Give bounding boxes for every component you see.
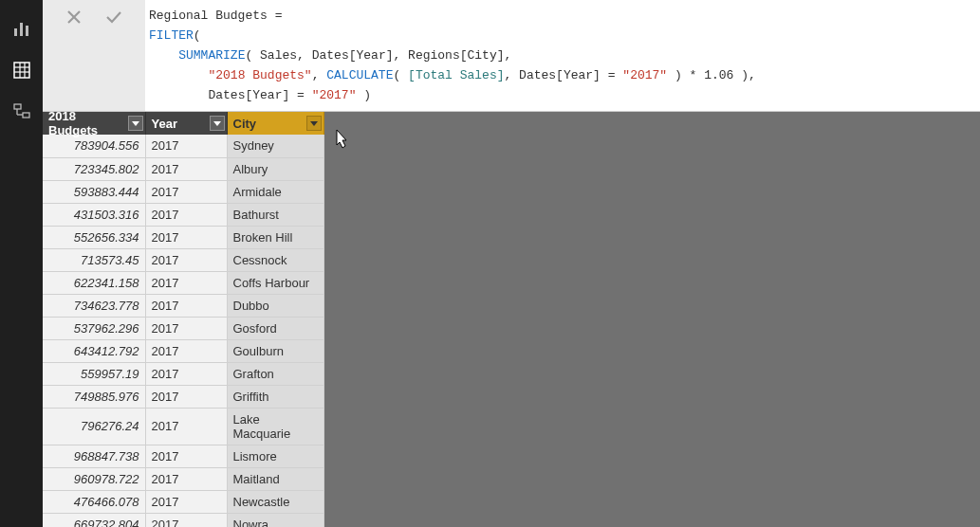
cell-year[interactable]: 2017 (145, 408, 227, 445)
chevron-down-icon (213, 119, 221, 127)
chevron-down-icon (132, 119, 139, 127)
svg-marker-14 (132, 121, 139, 126)
cell-city[interactable]: Albury (227, 157, 324, 180)
cell-city[interactable]: Maitland (227, 467, 324, 490)
svg-marker-16 (310, 121, 318, 126)
cell-budget[interactable]: 622341.158 (43, 271, 145, 294)
cell-city[interactable]: Cessnock (227, 248, 324, 271)
column-header-city[interactable]: City (227, 112, 324, 135)
svg-rect-0 (14, 28, 17, 36)
svg-marker-15 (213, 121, 221, 126)
table-row[interactable]: 559957.192017Grafton (43, 362, 324, 385)
chevron-down-icon (310, 119, 318, 127)
cell-year[interactable]: 2017 (145, 513, 227, 527)
svg-rect-1 (20, 23, 23, 36)
column-header-year[interactable]: Year (145, 112, 227, 135)
view-sidebar (0, 0, 43, 527)
cell-year[interactable]: 2017 (145, 294, 227, 317)
cell-city[interactable]: Sydney (227, 135, 324, 157)
cell-city[interactable]: Bathurst (227, 203, 324, 226)
table-row[interactable]: 783904.5562017Sydney (43, 135, 324, 157)
cell-city[interactable]: Dubbo (227, 294, 324, 317)
cell-year[interactable]: 2017 (145, 490, 227, 513)
cell-year[interactable]: 2017 (145, 135, 227, 157)
formula-editor[interactable]: Regional Budgets = FILTER( SUMMARIZE( Sa… (145, 0, 980, 111)
cell-city[interactable]: Grafton (227, 362, 324, 385)
cell-city[interactable]: Gosford (227, 317, 324, 339)
cell-year[interactable]: 2017 (145, 157, 227, 180)
cell-budget[interactable]: 734623.778 (43, 294, 145, 317)
table-row[interactable]: 552656.3342017Broken Hill (43, 226, 324, 248)
table-row[interactable]: 723345.8022017Albury (43, 157, 324, 180)
table-row[interactable]: 968847.7382017Lismore (43, 445, 324, 467)
data-table: 2018 Budgets Year (43, 112, 324, 527)
cell-city[interactable]: Armidale (227, 180, 324, 203)
table-header-row: 2018 Budgets Year (43, 112, 324, 135)
column-header-label: City (233, 117, 257, 131)
cell-budget[interactable]: 713573.45 (43, 248, 145, 271)
cell-city[interactable]: Nowra (227, 513, 324, 527)
data-view-icon[interactable] (5, 53, 39, 87)
table-row[interactable]: 593883.4442017Armidale (43, 180, 324, 203)
table-row[interactable]: 431503.3162017Bathurst (43, 203, 324, 226)
table-row[interactable]: 734623.7782017Dubbo (43, 294, 324, 317)
table-row[interactable]: 749885.9762017Griffith (43, 385, 324, 408)
cell-budget[interactable]: 749885.976 (43, 385, 145, 408)
commit-button[interactable] (101, 4, 127, 30)
report-view-icon[interactable] (5, 11, 39, 45)
table-area: 2018 Budgets Year (43, 112, 980, 527)
cell-budget[interactable]: 783904.556 (43, 135, 145, 157)
cell-budget[interactable]: 559957.19 (43, 362, 145, 385)
column-dropdown-button[interactable] (128, 116, 143, 131)
cell-budget[interactable]: 960978.722 (43, 467, 145, 490)
cell-city[interactable]: Griffith (227, 385, 324, 408)
cell-budget[interactable]: 537962.296 (43, 317, 145, 339)
cell-year[interactable]: 2017 (145, 271, 227, 294)
cell-year[interactable]: 2017 (145, 248, 227, 271)
table-row[interactable]: 476466.0782017Newcastle (43, 490, 324, 513)
cell-year[interactable]: 2017 (145, 362, 227, 385)
column-dropdown-button[interactable] (210, 116, 225, 131)
cell-city[interactable]: Lismore (227, 445, 324, 467)
cancel-button[interactable] (61, 4, 87, 30)
table-row[interactable]: 960978.7222017Maitland (43, 467, 324, 490)
close-icon (65, 9, 83, 26)
cell-year[interactable]: 2017 (145, 203, 227, 226)
cell-year[interactable]: 2017 (145, 467, 227, 490)
table-row[interactable]: 713573.452017Cessnock (43, 248, 324, 271)
cell-budget[interactable]: 643412.792 (43, 339, 145, 362)
cell-year[interactable]: 2017 (145, 339, 227, 362)
cell-budget[interactable]: 552656.334 (43, 226, 145, 248)
table-body: 783904.5562017Sydney723345.8022017Albury… (43, 135, 324, 527)
column-header-budget[interactable]: 2018 Budgets (43, 112, 145, 135)
cell-city[interactable]: Goulburn (227, 339, 324, 362)
formula-bar: Regional Budgets = FILTER( SUMMARIZE( Sa… (43, 0, 980, 112)
table-row[interactable]: 622341.1582017Coffs Harbour (43, 271, 324, 294)
cell-year[interactable]: 2017 (145, 317, 227, 339)
cell-budget[interactable]: 476466.078 (43, 490, 145, 513)
svg-rect-3 (14, 63, 29, 78)
cell-budget[interactable]: 723345.802 (43, 157, 145, 180)
cell-budget[interactable]: 796276.24 (43, 408, 145, 445)
model-view-icon[interactable] (5, 95, 39, 129)
cell-budget[interactable]: 593883.444 (43, 180, 145, 203)
cell-year[interactable]: 2017 (145, 445, 227, 467)
table-row[interactable]: 537962.2962017Gosford (43, 317, 324, 339)
cell-city[interactable]: Coffs Harbour (227, 271, 324, 294)
cell-year[interactable]: 2017 (145, 180, 227, 203)
cell-year[interactable]: 2017 (145, 385, 227, 408)
table-row[interactable]: 643412.7922017Goulburn (43, 339, 324, 362)
svg-rect-8 (14, 104, 21, 109)
cell-city[interactable]: Newcastle (227, 490, 324, 513)
cell-city[interactable]: Lake Macquarie (227, 408, 324, 445)
main-area: Regional Budgets = FILTER( SUMMARIZE( Sa… (43, 0, 980, 527)
cell-budget[interactable]: 669732.804 (43, 513, 145, 527)
table-row[interactable]: 796276.242017Lake Macquarie (43, 408, 324, 445)
column-header-label: 2018 Budgets (48, 109, 128, 137)
column-dropdown-button[interactable] (306, 116, 322, 131)
cell-budget[interactable]: 431503.316 (43, 203, 145, 226)
cell-city[interactable]: Broken Hill (227, 226, 324, 248)
cell-year[interactable]: 2017 (145, 226, 227, 248)
cell-budget[interactable]: 968847.738 (43, 445, 145, 467)
table-row[interactable]: 669732.8042017Nowra (43, 513, 324, 527)
